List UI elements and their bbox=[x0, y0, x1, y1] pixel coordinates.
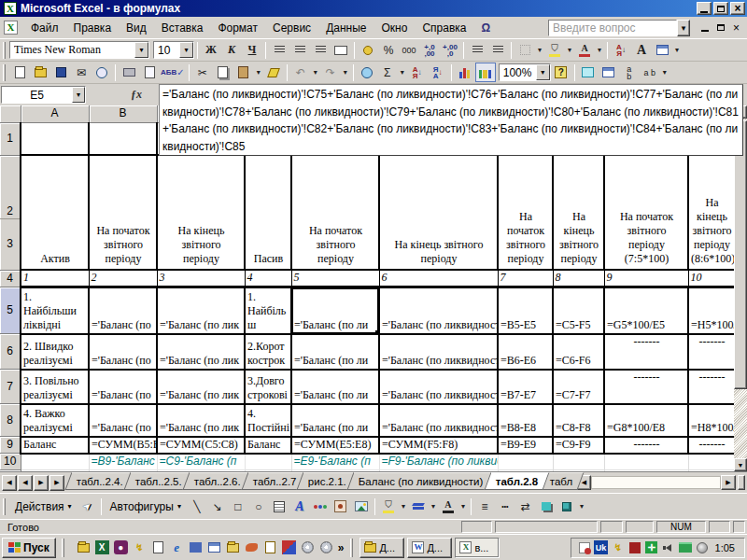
comma-style-button[interactable]: 000 bbox=[399, 40, 419, 60]
bold-button[interactable]: Ж bbox=[201, 40, 221, 60]
last-sheet-button[interactable]: ▶ bbox=[49, 475, 64, 491]
row-header-2-3[interactable]: 2 3 bbox=[0, 155, 21, 270]
shadow-style-button[interactable] bbox=[536, 497, 557, 516]
row-header-6[interactable]: 6 bbox=[0, 334, 21, 370]
prev-sheet-button[interactable]: ◀ bbox=[18, 475, 33, 491]
cell-C7[interactable]: ='Баланс (по лик bbox=[157, 370, 245, 404]
cell-A6[interactable]: 2. Швидко реалізуємі bbox=[21, 334, 89, 370]
cell-A5[interactable]: 1. Найбільши ліквідні bbox=[21, 287, 89, 334]
cell-I7[interactable]: ------- bbox=[604, 370, 688, 404]
cell-J8[interactable]: =H8*100/F8 bbox=[688, 404, 734, 437]
rectangle-tool-button[interactable]: □ bbox=[228, 497, 248, 516]
ql-notes-icon[interactable] bbox=[262, 539, 278, 555]
tray-ball-icon[interactable] bbox=[695, 540, 710, 555]
tray-scheduler-icon[interactable] bbox=[577, 540, 592, 555]
cell-F5[interactable]: ='Баланс (по ликвидности bbox=[379, 287, 498, 334]
subscript-button[interactable]: a b bbox=[640, 63, 660, 82]
cell-I9[interactable]: ------- bbox=[604, 437, 688, 454]
increase-indent-button[interactable] bbox=[487, 40, 508, 60]
cell-H10[interactable] bbox=[553, 454, 604, 470]
menu-edit[interactable]: Правка bbox=[66, 19, 120, 37]
ql-search-folder-icon[interactable] bbox=[225, 539, 241, 555]
draw-fill-color-button[interactable]: ⛉ bbox=[378, 497, 399, 516]
cell-B2[interactable]: На початок звітного періоду bbox=[89, 155, 157, 270]
new-workbook-button[interactable] bbox=[9, 63, 30, 82]
menu-file[interactable]: Файл bbox=[23, 19, 66, 37]
sheet-tab-balans[interactable]: Баланс (по ликвидности) bbox=[347, 472, 495, 490]
save-button[interactable] bbox=[50, 63, 71, 82]
cut-button[interactable]: ✂ bbox=[192, 63, 213, 82]
ql-network-icon[interactable] bbox=[188, 539, 204, 555]
tray-clock[interactable]: 1:05 bbox=[712, 542, 739, 553]
cell-D8[interactable]: 4. Постійні bbox=[245, 404, 291, 437]
borders-button[interactable] bbox=[514, 40, 535, 60]
cell-A10[interactable] bbox=[21, 454, 89, 470]
cell-C8[interactable]: ='Баланс (по лик bbox=[157, 404, 245, 437]
cell-B6[interactable]: ='Баланс (по bbox=[89, 334, 157, 370]
doc-close-button[interactable]: × bbox=[729, 21, 743, 34]
arrow-tool-button[interactable]: ↘ bbox=[207, 497, 228, 516]
row-header-5[interactable]: 5 bbox=[0, 287, 21, 334]
insert-picture-button[interactable] bbox=[351, 497, 372, 516]
superscript-button[interactable]: a b bbox=[619, 63, 640, 82]
drawing-toggle-button[interactable] bbox=[475, 63, 496, 82]
cell-H8[interactable]: =C8-F8 bbox=[553, 404, 604, 437]
name-box-dropdown-icon[interactable]: ▾ bbox=[72, 87, 85, 103]
cell-J10[interactable] bbox=[688, 454, 734, 470]
font-color-dropdown-icon[interactable]: ▾ bbox=[595, 40, 604, 60]
cell-D10[interactable] bbox=[245, 454, 291, 470]
draw-actions-button[interactable]: Действия▾ bbox=[9, 498, 78, 515]
cell-B5[interactable]: ='Баланс (по bbox=[89, 287, 157, 334]
ql-desktop-folder-icon[interactable] bbox=[76, 539, 92, 555]
cell-G7[interactable]: =B7-E7 bbox=[498, 370, 553, 404]
autoformat-button[interactable] bbox=[652, 40, 672, 60]
font-name-combo[interactable]: Times New Roman ▾ bbox=[9, 41, 149, 59]
fill-handle[interactable] bbox=[375, 330, 378, 333]
select-objects-button[interactable]: ➤ bbox=[78, 497, 98, 516]
cell-F2[interactable]: На кінець звітного періоду bbox=[379, 155, 498, 270]
open-button[interactable] bbox=[30, 63, 50, 82]
cell-I6[interactable]: ------- bbox=[604, 334, 688, 370]
paste-dropdown-icon[interactable]: ▾ bbox=[254, 63, 263, 82]
cell-E2[interactable]: На початок звітного періоду bbox=[291, 155, 379, 270]
cell-G5[interactable]: =B5-E5 bbox=[498, 287, 553, 334]
quick-launch-overflow-chevron[interactable]: » bbox=[338, 541, 345, 554]
italic-button[interactable]: К bbox=[221, 40, 242, 60]
merge-center-button[interactable] bbox=[331, 40, 351, 60]
cell-B8[interactable]: ='Баланс (по bbox=[89, 404, 157, 437]
insert-function-button[interactable]: ƒx bbox=[131, 88, 142, 102]
cell-A8[interactable]: 4. Важко реалізуємі bbox=[21, 404, 89, 437]
font-grow-button[interactable]: А bbox=[631, 40, 652, 60]
ql-program-icon[interactable] bbox=[281, 539, 297, 555]
print-button[interactable] bbox=[119, 63, 139, 82]
diagram-button[interactable] bbox=[310, 497, 331, 516]
cell-D4[interactable]: 4 bbox=[245, 270, 291, 287]
tray-device-icon[interactable] bbox=[678, 540, 693, 555]
currency-style-button[interactable] bbox=[358, 40, 378, 60]
first-sheet-button[interactable]: ◀ bbox=[2, 475, 17, 491]
text-box-button[interactable] bbox=[269, 497, 289, 516]
cell-J2[interactable]: На кінець звітного періоду (8:6*100) bbox=[688, 155, 734, 270]
autoshapes-button[interactable]: Автофигуры▾ bbox=[105, 498, 187, 515]
task-button-excel-active[interactable]: X в... bbox=[455, 538, 500, 558]
cell-C2[interactable]: На кінець звітного періоду bbox=[157, 155, 245, 270]
row-header-7[interactable]: 7 bbox=[0, 370, 21, 404]
name-box[interactable]: E5 ▾ bbox=[1, 86, 86, 104]
vertical-scrollbar[interactable]: ▲ ▼ bbox=[734, 105, 747, 471]
cell-F4[interactable]: 6 bbox=[379, 270, 498, 287]
cell-F10[interactable]: =F9-'Баланс (по ликвид bbox=[379, 454, 498, 470]
tray-dictionary-icon[interactable] bbox=[627, 540, 642, 555]
menu-view[interactable]: Вид bbox=[119, 19, 154, 37]
ql-internet-explorer-icon[interactable]: e bbox=[169, 539, 185, 555]
cell-C10[interactable]: =C9-'Баланс (п bbox=[157, 454, 245, 470]
cell-A4[interactable]: 1 bbox=[21, 270, 89, 287]
threed-style-button[interactable] bbox=[557, 497, 577, 516]
tray-lightning-icon[interactable]: ↯ bbox=[611, 540, 626, 555]
start-button[interactable]: Пуск bbox=[2, 538, 56, 558]
font-size-combo[interactable]: 10 ▾ bbox=[153, 41, 194, 59]
arrow-style-button[interactable]: ⇄ bbox=[515, 497, 536, 516]
cell-I10[interactable] bbox=[604, 454, 688, 470]
increase-decimal-button[interactable]: +,0 ,00 bbox=[419, 40, 440, 60]
align-center-button[interactable] bbox=[289, 40, 310, 60]
align-left-button[interactable] bbox=[269, 40, 289, 60]
